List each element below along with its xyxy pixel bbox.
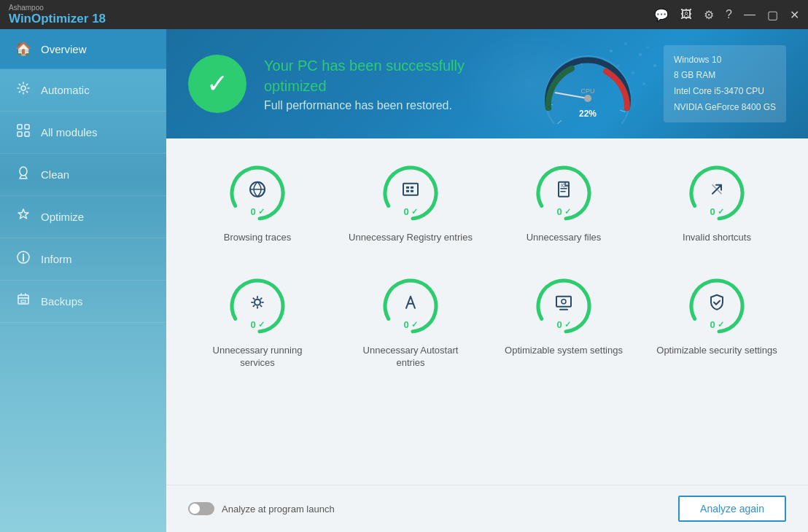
svg-point-5 (20, 167, 27, 176)
svg-text:IOI: IOI (561, 183, 567, 188)
svg-line-20 (557, 120, 562, 124)
content-area: ✓ Your PC has been successfully optimize… (166, 29, 808, 532)
ring-container-autostart-entries: 0 ✓ (378, 273, 443, 339)
metric-label-unnecessary-files: Unnecessary files (527, 232, 602, 244)
svg-point-31 (584, 95, 591, 102)
svg-point-58 (562, 300, 566, 304)
success-circle: ✓ (188, 55, 246, 113)
toggle-container: Analyze at program launch (188, 502, 335, 515)
primary-message: Your PC has been successfully optimized (264, 55, 512, 96)
checkmark-icon: ✓ (206, 69, 228, 99)
check-icon-registry-entries: ✓ (411, 207, 418, 216)
optimize-icon (15, 208, 32, 226)
sidebar-item-backups[interactable]: Backups (0, 281, 166, 323)
sidebar-item-clean[interactable]: Clean (0, 154, 166, 196)
metric-card-registry-entries: 0 ✓ Unnecessary Registry entries (341, 153, 480, 251)
image-icon[interactable]: 🖼 (680, 8, 692, 21)
metric-label-running-services: Unnecessary running services (195, 345, 319, 369)
secondary-message: Full performance has been restored. (264, 99, 512, 112)
sidebar-item-inform[interactable]: Inform (0, 238, 166, 281)
analyze-toggle[interactable] (188, 502, 214, 515)
titlebar: Ashampoo WinOptimizer 18 💬 🖼 ⚙ ? — ▢ ✕ (0, 0, 808, 29)
metric-label-invalid-shortcuts: Invalid shortcuts (683, 232, 751, 244)
svg-rect-2 (25, 125, 29, 129)
svg-rect-39 (403, 184, 418, 195)
metric-card-unnecessary-files: IOI 0 ✓ Unnecessary files (494, 153, 633, 251)
check-icon-security-settings: ✓ (718, 320, 724, 329)
svg-text:22%: 22% (579, 109, 597, 119)
svg-line-28 (620, 110, 626, 112)
ring-container-security-settings: 0 ✓ (684, 273, 750, 339)
metric-card-system-settings: 0 ✓ Optimizable system settings (494, 266, 633, 377)
sidebar-label-clean: Clean (41, 168, 69, 181)
automatic-icon (15, 81, 32, 99)
check-icon-unnecessary-files: ✓ (564, 207, 571, 216)
sidebar-item-overview[interactable]: 🏠 Overview (0, 29, 166, 69)
svg-rect-40 (406, 187, 409, 189)
os-info: Windows 10 (674, 52, 776, 69)
check-icon-running-services: ✓ (258, 320, 265, 329)
svg-text:CPU: CPU (580, 87, 594, 95)
close-icon[interactable]: ✕ (790, 8, 799, 22)
sidebar: 🏠 Overview Automatic All module (0, 29, 166, 532)
metric-label-autostart-entries: Unnecessary Autostart entries (349, 345, 473, 369)
ring-container-invalid-shortcuts: 0 ✓ (684, 160, 750, 226)
metric-label-security-settings: Optimizable security settings (656, 345, 777, 357)
svg-point-52 (255, 300, 260, 305)
main-layout: 🏠 Overview Automatic All module (0, 29, 808, 532)
brand-name: WinOptimizer 18 (9, 12, 106, 26)
sidebar-item-optimize[interactable]: Optimize (0, 196, 166, 238)
svg-rect-41 (411, 187, 413, 189)
gear-icon[interactable]: ⚙ (704, 8, 714, 22)
ring-container-registry-entries: 0 ✓ (378, 160, 443, 226)
check-icon-system-settings: ✓ (564, 320, 571, 329)
metric-value-registry-entries: 0 (403, 206, 408, 217)
ring-container-running-services: 0 ✓ (225, 273, 290, 339)
svg-rect-4 (25, 132, 29, 136)
metric-value-browsing-traces: 0 (250, 206, 255, 217)
restore-icon[interactable]: ▢ (767, 8, 778, 22)
header-text: Your PC has been successfully optimized … (264, 55, 512, 112)
header-banner: ✓ Your PC has been successfully optimize… (166, 29, 808, 138)
metric-value-running-services: 0 (250, 319, 255, 330)
gpu-info: NVIDIA GeForce 8400 GS (674, 100, 776, 116)
metric-value-security-settings: 0 (710, 319, 715, 330)
chat-icon[interactable]: 💬 (654, 8, 669, 22)
metric-card-security-settings: 0 ✓ Optimizable security settings (648, 266, 786, 377)
sidebar-item-automatic[interactable]: Automatic (0, 69, 166, 112)
svg-point-13 (646, 46, 649, 49)
sidebar-label-all-modules: All modules (41, 126, 98, 138)
metric-card-autostart-entries: 0 ✓ Unnecessary Autostart entries (341, 266, 480, 377)
help-icon[interactable]: ? (726, 8, 732, 21)
svg-rect-8 (21, 300, 26, 302)
cpu-info: Intel Core i5-3470 CPU (674, 84, 776, 100)
sidebar-label-automatic: Automatic (41, 84, 90, 96)
system-info: Windows 10 8 GB RAM Intel Core i5-3470 C… (664, 45, 786, 122)
metric-card-running-services: 0 ✓ Unnecessary running services (188, 266, 327, 377)
inform-icon (15, 250, 32, 268)
metric-label-browsing-traces: Browsing traces (224, 232, 291, 244)
metrics-section: 0 ✓ Browsing traces 0 ✓ Unnecessary Regi… (166, 138, 808, 485)
metrics-grid: 0 ✓ Browsing traces 0 ✓ Unnecessary Regi… (188, 153, 786, 377)
check-icon-invalid-shortcuts: ✓ (718, 207, 724, 216)
sidebar-item-all-modules[interactable]: All modules (0, 112, 166, 154)
metric-card-invalid-shortcuts: 0 ✓ Invalid shortcuts (648, 153, 786, 251)
ram-info: 8 GB RAM (674, 68, 776, 84)
svg-rect-3 (18, 132, 22, 136)
app-logo: Ashampoo WinOptimizer 18 (9, 4, 106, 26)
brand-top: Ashampoo (9, 4, 106, 12)
svg-point-0 (21, 86, 26, 90)
minimize-icon[interactable]: — (744, 8, 755, 21)
home-icon: 🏠 (15, 41, 32, 57)
footer-bar: Analyze at program launch Analyze again (166, 485, 808, 532)
metric-label-system-settings: Optimizable system settings (505, 345, 623, 357)
backups-icon (15, 292, 32, 310)
metric-value-invalid-shortcuts: 0 (710, 206, 715, 217)
sidebar-label-overview: Overview (41, 43, 87, 55)
analyze-again-button[interactable]: Analyze again (678, 496, 786, 522)
sidebar-label-inform: Inform (41, 253, 72, 265)
toggle-label: Analyze at program launch (222, 504, 335, 515)
clean-icon (15, 165, 32, 184)
svg-rect-57 (556, 297, 571, 307)
metric-label-registry-entries: Unnecessary Registry entries (349, 232, 473, 244)
